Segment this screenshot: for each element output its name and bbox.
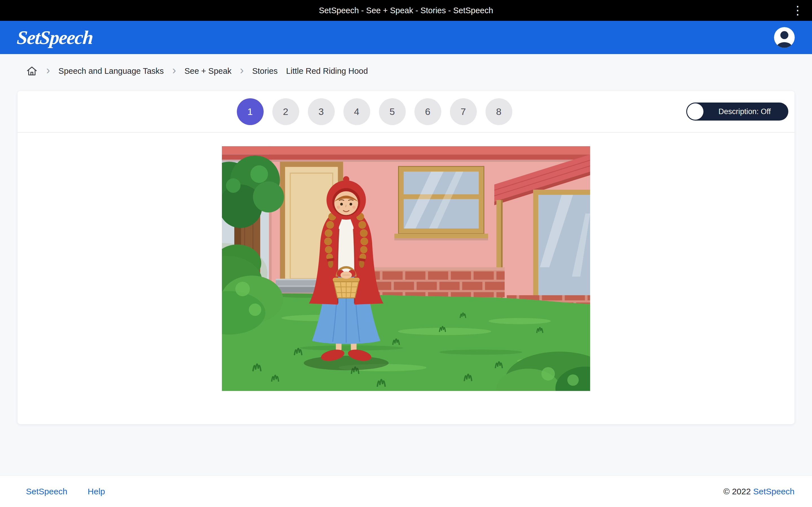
page-button-8[interactable]: 8 bbox=[486, 98, 512, 125]
chevron-separator-icon: › bbox=[172, 64, 176, 76]
description-toggle[interactable]: Description: Off bbox=[686, 103, 788, 121]
toggle-label: Description: Off bbox=[704, 107, 771, 116]
card-body bbox=[17, 133, 795, 392]
breadcrumb-item-current: Little Red Riding Hood bbox=[286, 66, 368, 76]
system-title-bar: SetSpeech - See + Speak - Stories - SetS… bbox=[0, 0, 812, 21]
home-icon[interactable] bbox=[26, 65, 38, 77]
page-button-5[interactable]: 5 bbox=[379, 98, 406, 125]
copyright-brand-link[interactable]: SetSpeech bbox=[753, 487, 795, 496]
toggle-knob-icon[interactable] bbox=[687, 103, 703, 120]
avatar-icon[interactable] bbox=[773, 26, 796, 49]
footer: SetSpeech Help © 2022 SetSpeech bbox=[0, 475, 812, 507]
kebab-menu-icon[interactable]: ⋮ bbox=[792, 4, 804, 16]
window-title: SetSpeech - See + Speak - Stories - SetS… bbox=[319, 6, 493, 15]
page-button-6[interactable]: 6 bbox=[414, 98, 441, 125]
footer-links: SetSpeech Help bbox=[26, 487, 105, 496]
copyright-text: © 2022 bbox=[723, 487, 753, 496]
chevron-separator-icon: › bbox=[240, 64, 244, 76]
page-pagination: 1 2 3 4 5 6 7 8 bbox=[63, 98, 686, 125]
page-button-1[interactable]: 1 bbox=[237, 98, 264, 125]
copyright: © 2022 SetSpeech bbox=[723, 487, 795, 496]
chevron-separator-icon: › bbox=[46, 64, 50, 76]
page-button-7[interactable]: 7 bbox=[450, 98, 477, 125]
breadcrumb-item-stories[interactable]: Stories bbox=[252, 66, 277, 76]
card-header: 1 2 3 4 5 6 7 8 Description: Off bbox=[17, 91, 795, 133]
app-header: SetSpeech bbox=[0, 21, 812, 54]
footer-link-help[interactable]: Help bbox=[88, 487, 105, 496]
page-button-4[interactable]: 4 bbox=[343, 98, 370, 125]
page-button-2[interactable]: 2 bbox=[272, 98, 299, 125]
breadcrumb-item-tasks[interactable]: Speech and Language Tasks bbox=[58, 66, 164, 76]
app-logo[interactable]: SetSpeech bbox=[16, 26, 94, 49]
footer-link-setspeech[interactable]: SetSpeech bbox=[26, 487, 67, 496]
page-button-3[interactable]: 3 bbox=[308, 98, 335, 125]
breadcrumb-item-see-speak[interactable]: See + Speak bbox=[185, 66, 232, 76]
content-card: 1 2 3 4 5 6 7 8 Description: Off bbox=[17, 91, 795, 424]
story-illustration bbox=[222, 146, 590, 391]
breadcrumb: › Speech and Language Tasks › See + Spea… bbox=[0, 54, 812, 88]
